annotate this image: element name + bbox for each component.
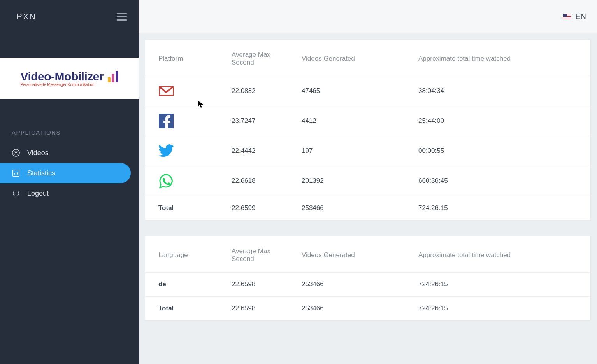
cell-videos: 253466 [297,196,414,220]
logo-band: Video-Mobilizer Personalisierte Messenge… [0,58,139,99]
cell-total-label: Total [145,196,227,220]
sidebar-item-label: Videos [27,149,49,157]
platform-table: Platform Average Max Second Videos Gener… [145,40,590,220]
nav-list: Videos Statistics Logout [0,143,139,203]
sidebar-spacer [0,33,139,58]
gmail-icon [158,83,174,99]
col-header: Approximate total time watched [414,236,590,273]
whatsapp-icon [158,173,174,189]
table-row: 23.7247 4412 25:44:00 [145,106,590,136]
content: Platform Average Max Second Videos Gener… [139,33,597,343]
table-row: 22.6618 201392 660:36:45 [145,166,590,196]
cell-time: 00:00:55 [414,136,590,166]
col-header: Videos Generated [297,40,414,76]
facebook-icon [158,113,174,129]
table-row-total: Total 22.6599 253466 724:26:15 [145,196,590,220]
svg-point-1 [15,151,17,153]
hamburger-icon[interactable] [117,13,127,21]
sidebar-item-videos[interactable]: Videos [0,143,139,163]
sidebar-item-statistics[interactable]: Statistics [0,163,131,183]
cell-time: 38:04:34 [414,76,590,106]
app-root: PXN Video-Mobilizer Personalisierte Mess… [0,0,597,364]
sidebar-item-label: Logout [27,189,49,198]
cell-avg: 22.6618 [227,166,297,196]
table-row: 22.0832 47465 38:04:34 [145,76,590,106]
cell-videos: 47465 [297,76,414,106]
sidebar-item-logout[interactable]: Logout [0,183,139,203]
col-header: Platform [145,40,227,76]
cell-videos: 4412 [297,106,414,136]
user-circle-icon [12,149,20,157]
power-icon [12,189,20,198]
cell-avg: 22.4442 [227,136,297,166]
col-header: Approximate total time watched [414,40,590,76]
col-header: Average Max Second [227,40,297,76]
cell-avg: 22.6598 [227,296,297,320]
table-row: 22.4442 197 00:00:55 [145,136,590,166]
brand-label: PXN [16,12,36,22]
main: EN Platform Average Max Second Videos Ge… [139,0,597,364]
cell-avg: 23.7247 [227,106,297,136]
cell-time: 724:26:15 [414,272,590,296]
logo-bars-icon [108,71,118,82]
sidebar: PXN Video-Mobilizer Personalisierte Mess… [0,0,139,364]
cell-total-label: Total [145,296,227,320]
cell-avg: 22.6598 [227,272,297,296]
table-row-total: Total 22.6598 253466 724:26:15 [145,296,590,320]
language-label: EN [575,12,586,21]
topbar: EN [139,0,597,33]
platform-card: Platform Average Max Second Videos Gener… [145,40,591,220]
cell-avg: 22.6599 [227,196,297,220]
cell-time: 724:26:15 [414,196,590,220]
section-label: APPLICATIONS [0,99,139,143]
cell-videos: 201392 [297,166,414,196]
cell-avg: 22.0832 [227,76,297,106]
col-header: Videos Generated [297,236,414,273]
cell-videos: 253466 [297,296,414,320]
flag-us-icon [563,14,571,19]
cell-lang: de [145,272,227,296]
cell-time: 660:36:45 [414,166,590,196]
table-header-row: Platform Average Max Second Videos Gener… [145,40,590,76]
table-header-row: Language Average Max Second Videos Gener… [145,236,590,273]
table-row: de 22.6598 253466 724:26:15 [145,272,590,296]
col-header: Average Max Second [227,236,297,273]
twitter-icon [158,143,174,159]
cell-time: 25:44:00 [414,106,590,136]
language-table: Language Average Max Second Videos Gener… [145,236,590,321]
language-switcher[interactable]: EN [563,12,586,21]
sidebar-top: PXN [0,0,139,33]
chart-icon [12,169,20,177]
col-header: Language [145,236,227,273]
language-card: Language Average Max Second Videos Gener… [145,236,591,321]
cell-time: 724:26:15 [414,296,590,320]
sidebar-item-label: Statistics [27,169,55,177]
logo-title: Video-Mobilizer [20,70,104,83]
cell-videos: 197 [297,136,414,166]
cell-videos: 253466 [297,272,414,296]
